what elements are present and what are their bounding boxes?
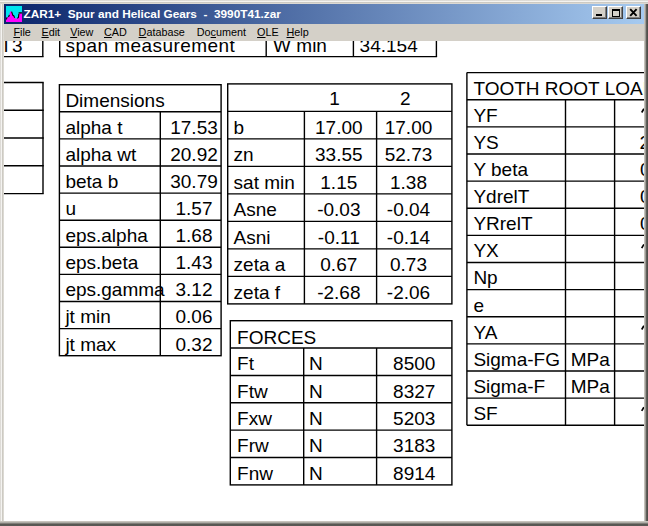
svg-text:FORCES: FORCES xyxy=(237,327,316,348)
svg-text:34.154: 34.154 xyxy=(360,41,419,56)
svg-text:jt max: jt max xyxy=(64,334,116,355)
svg-text:T3: T3 xyxy=(4,41,22,56)
svg-text:eps.gamma: eps.gamma xyxy=(65,279,165,300)
svg-text:beta b: beta b xyxy=(65,171,118,192)
svg-text:N: N xyxy=(309,463,323,484)
svg-text:TOOTH ROOT LOAD CAPACITY: TOOTH ROOT LOAD CAPACITY xyxy=(473,78,645,99)
svg-text:1.15: 1.15 xyxy=(320,172,357,193)
svg-text:Frw: Frw xyxy=(237,435,269,456)
svg-text:N: N xyxy=(309,435,323,456)
svg-text:eps.beta: eps.beta xyxy=(65,252,138,273)
svg-text:17.00: 17.00 xyxy=(385,117,433,138)
svg-text:Asni: Asni xyxy=(234,227,271,248)
svg-text:N: N xyxy=(309,353,323,374)
svg-text:0.73: 0.73 xyxy=(390,254,427,275)
svg-text:2: 2 xyxy=(400,88,411,109)
svg-text:e: e xyxy=(473,295,484,316)
svg-text:52.73: 52.73 xyxy=(385,144,433,165)
svg-text:YS: YS xyxy=(473,132,498,153)
svg-text:YF: YF xyxy=(473,105,497,126)
svg-text:zeta f: zeta f xyxy=(234,282,281,303)
svg-text:17.53: 17.53 xyxy=(170,117,218,138)
svg-text:8500: 8500 xyxy=(393,353,435,374)
svg-text:span measurement: span measurement xyxy=(66,41,236,56)
svg-text:YdrelT: YdrelT xyxy=(473,186,529,207)
svg-text:Y beta: Y beta xyxy=(473,159,528,180)
svg-text:0.32: 0.32 xyxy=(176,334,213,355)
svg-text:3183: 3183 xyxy=(393,435,435,456)
svg-text:YRrelT: YRrelT xyxy=(473,213,533,234)
svg-text:Ftw: Ftw xyxy=(237,381,268,402)
svg-text:0.06: 0.06 xyxy=(176,306,213,327)
svg-text:30.79: 30.79 xyxy=(170,171,218,192)
svg-text:W min: W min xyxy=(273,41,327,56)
svg-text:-0.14: -0.14 xyxy=(387,227,431,248)
svg-text:b: b xyxy=(234,117,245,138)
svg-text:alpha wt: alpha wt xyxy=(65,144,136,165)
svg-text:eps.alpha: eps.alpha xyxy=(65,225,148,246)
svg-text:jt min: jt min xyxy=(64,306,110,327)
svg-text:alpha t: alpha t xyxy=(65,117,123,138)
svg-text:17.00: 17.00 xyxy=(315,117,363,138)
svg-text:1.38: 1.38 xyxy=(390,172,427,193)
svg-text:YX: YX xyxy=(473,240,499,261)
svg-text:Asne: Asne xyxy=(234,199,277,220)
svg-text:-2.06: -2.06 xyxy=(387,282,430,303)
svg-text:Dimensions: Dimensions xyxy=(65,90,164,111)
svg-text:SF: SF xyxy=(473,403,497,424)
svg-text:Sigma-FG: Sigma-FG xyxy=(473,349,560,370)
svg-text:YA: YA xyxy=(473,322,497,343)
svg-text:3.12: 3.12 xyxy=(176,279,213,300)
svg-text:-2.68: -2.68 xyxy=(317,282,360,303)
svg-text:Fnw: Fnw xyxy=(237,463,273,484)
svg-text:Np: Np xyxy=(473,267,497,288)
svg-text:8914: 8914 xyxy=(393,463,436,484)
svg-text:5203: 5203 xyxy=(393,408,435,429)
svg-text:Sigma-F: Sigma-F xyxy=(473,376,545,397)
svg-text:N: N xyxy=(309,408,323,429)
svg-text:zn: zn xyxy=(234,144,254,165)
svg-text:1.57: 1.57 xyxy=(176,198,213,219)
svg-text:-0.04: -0.04 xyxy=(387,199,431,220)
svg-text:33.55: 33.55 xyxy=(315,144,363,165)
svg-text:Fxw: Fxw xyxy=(237,408,272,429)
svg-text:zeta a: zeta a xyxy=(234,254,286,275)
svg-text:Ft: Ft xyxy=(237,353,255,374)
svg-text:sat min: sat min xyxy=(234,172,295,193)
svg-text:-0.03: -0.03 xyxy=(317,199,360,220)
svg-text:u: u xyxy=(65,198,76,219)
svg-text:-0.11: -0.11 xyxy=(318,227,360,248)
svg-text:1.43: 1.43 xyxy=(176,252,213,273)
svg-text:N: N xyxy=(309,381,323,402)
svg-text:8327: 8327 xyxy=(393,381,435,402)
svg-text:20.92: 20.92 xyxy=(170,144,218,165)
svg-text:1.68: 1.68 xyxy=(176,225,213,246)
svg-text:MPa: MPa xyxy=(571,376,611,397)
svg-text:MPa: MPa xyxy=(571,349,611,370)
svg-text:0.67: 0.67 xyxy=(320,254,357,275)
svg-text:1: 1 xyxy=(329,88,340,109)
